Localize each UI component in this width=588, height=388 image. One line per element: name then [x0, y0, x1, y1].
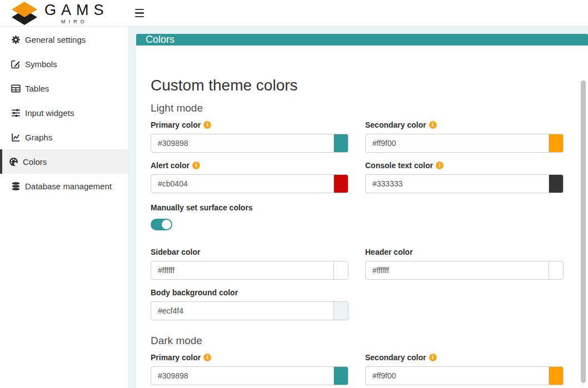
sidebar-item-tables[interactable]: Tables — [0, 76, 128, 100]
sidebar-item-label: Input widgets — [25, 108, 74, 118]
sidebar-item-label: Tables — [25, 84, 49, 93]
dark-secondary-color-swatch[interactable] — [549, 366, 564, 385]
sidebar-item-graphs[interactable]: Graphs — [0, 125, 128, 149]
light-primary-color-input[interactable] — [151, 134, 334, 153]
field-label: Body background color — [151, 288, 238, 297]
header-color-swatch[interactable] — [549, 261, 564, 280]
info-icon[interactable]: i — [203, 354, 211, 361]
header-color-input[interactable] — [365, 261, 549, 280]
field-dark-secondary-color: Secondary colori — [365, 352, 564, 385]
field-label: Primary colori — [151, 120, 211, 129]
light-alert-color-swatch[interactable] — [333, 174, 348, 193]
vertical-scrollbar-thumb[interactable] — [581, 80, 586, 383]
sidebar-color-swatch[interactable] — [333, 261, 348, 280]
field-sidebar-color: Sidebar color — [151, 247, 348, 280]
chart-icon — [11, 133, 21, 142]
logo-diamonds-icon — [10, 1, 39, 26]
toggle-knob — [162, 220, 171, 229]
light-console-text-color-swatch[interactable] — [549, 174, 564, 193]
palette-icon — [9, 157, 18, 167]
panel-title: Colors — [146, 34, 175, 46]
field-label: Primary colori — [151, 353, 211, 362]
sliders-icon — [11, 108, 21, 118]
body-background-color-input[interactable] — [151, 301, 334, 320]
field-light-secondary-color: Secondary colori — [365, 120, 564, 153]
toggle-label: Manually set surface colors — [151, 203, 559, 212]
app-window: GAMS MIRO General settings — [0, 0, 588, 388]
edit-icon — [11, 59, 21, 69]
sidebar-item-general-settings[interactable]: General settings — [0, 27, 128, 52]
sidebar-item-label: General settings — [25, 35, 86, 44]
sidebar-item-input-widgets[interactable]: Input widgets — [0, 100, 128, 125]
dark-primary-color-input[interactable] — [151, 366, 334, 385]
dark-primary-color-swatch[interactable] — [333, 366, 348, 385]
sidebar-item-label: Colors — [23, 157, 47, 167]
page-title: Custom theme colors — [151, 77, 559, 94]
field-label: Sidebar color — [151, 248, 200, 256]
field-label: Secondary colori — [365, 120, 437, 129]
logo-brand-text: GAMS — [44, 3, 109, 18]
field-body-background-color: Body background color — [151, 288, 348, 320]
panel-header: Colors — [136, 34, 588, 46]
field-light-primary-color: Primary colori — [151, 120, 348, 153]
panel-body: Custom theme colors Light mode Primary c… — [136, 46, 588, 388]
info-icon[interactable]: i — [192, 162, 200, 169]
sidebar-color-input[interactable] — [151, 261, 334, 280]
info-icon[interactable]: i — [203, 121, 211, 129]
info-icon[interactable]: i — [429, 121, 437, 129]
sidebar-item-colors[interactable]: Colors — [0, 149, 128, 174]
light-console-text-color-input[interactable] — [365, 174, 549, 193]
field-label: Alert colori — [151, 161, 200, 170]
sidebar-item-label: Graphs — [25, 133, 52, 142]
main-area: Colors Custom theme colors Light mode Pr… — [129, 27, 588, 388]
logo-sub-text: MIRO — [61, 19, 109, 24]
field-header-color: Header color — [365, 247, 564, 280]
light-alert-color-input[interactable] — [151, 174, 334, 193]
light-primary-color-swatch[interactable] — [333, 134, 348, 153]
field-light-console-text-color: Console text colori — [365, 160, 564, 193]
info-icon[interactable]: i — [436, 162, 444, 169]
sidebar-item-label: Symbols — [25, 59, 57, 69]
dark-mode-heading: Dark mode — [151, 335, 559, 347]
gear-icon — [11, 35, 21, 44]
field-dark-primary-color: Primary colori — [151, 352, 348, 385]
field-label: Header color — [365, 248, 413, 256]
sidebar-item-database-management[interactable]: Database management — [0, 174, 128, 198]
settings-sidebar: General settings Symbols Tables — [0, 27, 129, 388]
gams-miro-logo: GAMS MIRO — [10, 1, 109, 26]
database-icon — [11, 182, 21, 191]
field-label: Secondary colori — [365, 353, 437, 362]
light-secondary-color-swatch[interactable] — [549, 134, 564, 153]
field-light-alert-color: Alert colori — [151, 160, 348, 193]
info-icon[interactable]: i — [429, 354, 437, 361]
field-label: Console text colori — [365, 161, 444, 170]
colors-panel: Colors Custom theme colors Light mode Pr… — [136, 34, 588, 388]
dark-secondary-color-input[interactable] — [365, 366, 549, 385]
surface-colors-toggle-block: Manually set surface colors — [151, 203, 559, 230]
body-background-color-swatch[interactable] — [333, 301, 348, 320]
sidebar-item-label: Database management — [25, 182, 112, 191]
hamburger-menu-icon[interactable] — [135, 9, 144, 17]
light-mode-heading: Light mode — [151, 102, 559, 114]
light-secondary-color-input[interactable] — [365, 134, 549, 153]
top-header-bar: GAMS MIRO — [0, 0, 588, 27]
table-icon — [11, 84, 21, 93]
surface-colors-toggle[interactable] — [151, 219, 172, 230]
sidebar-item-symbols[interactable]: Symbols — [0, 52, 128, 76]
